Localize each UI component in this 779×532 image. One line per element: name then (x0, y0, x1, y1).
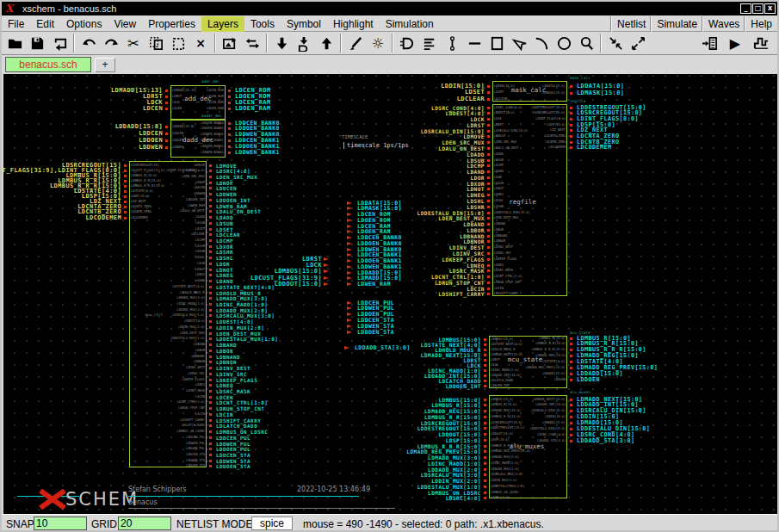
net-label[interactable]: LDCEN_RAM (235, 101, 271, 105)
snap-input[interactable] (34, 517, 87, 530)
net-label[interactable]: LDEN_SRC_MUX (442, 140, 485, 145)
place-text-button[interactable] (418, 33, 441, 53)
net-label[interactable]: LDINV_DEST (216, 366, 250, 370)
redo-button[interactable] (100, 33, 122, 53)
net-label[interactable]: LDBOR (467, 228, 485, 232)
net-label[interactable]: LDMADD_REG_PREV[15:0] (406, 449, 481, 454)
menu-layers[interactable]: Layers (201, 16, 244, 32)
net-label[interactable]: LDKEEP_FLAGS (442, 257, 485, 262)
net-label[interactable]: LDMADD_MUX[3:0] (428, 455, 481, 460)
net-label[interactable]: LDDWEN_STA (216, 459, 250, 463)
menu-file[interactable]: File (2, 16, 30, 32)
net-label[interactable]: LDCODEMEM (85, 216, 121, 220)
net-label[interactable]: LDMADD[15:13] (111, 89, 163, 93)
menu-simulation[interactable]: Simulation (380, 16, 440, 32)
net-label[interactable]: LDBNOR (216, 360, 237, 364)
net-label[interactable]: LDDATA[15:0] (577, 84, 624, 89)
net-label[interactable]: LDSRCALU_MUX[3:0] (216, 313, 275, 318)
net-label[interactable]: LDLATCH_DADD (216, 424, 257, 428)
net-label[interactable]: LDCMP (216, 238, 233, 243)
net-label[interactable]: LDHOLD_MBUS_R (435, 348, 481, 352)
net-label[interactable]: LDDOEN_PUL (216, 447, 250, 451)
open-button[interactable] (3, 33, 26, 53)
net-label[interactable]: LDOEN_ROM (357, 219, 391, 223)
waves-button[interactable] (750, 33, 772, 53)
place-arc-button[interactable] (530, 33, 553, 53)
net-label[interactable]: LDCK (147, 101, 163, 105)
net-label[interactable]: LDKEEP_FLAGS (216, 378, 257, 382)
net-label[interactable]: LDSRC_MASK (449, 269, 485, 273)
simulate-button[interactable]: ▶ (724, 33, 746, 53)
place-line-button[interactable] (463, 33, 485, 53)
net-label[interactable]: LDBNOR (463, 239, 485, 244)
net-label[interactable]: LDWEN_RAM (216, 204, 247, 208)
net-label[interactable]: LDMADD_REG[15:0] (424, 409, 481, 413)
net-label[interactable]: LDAND (467, 170, 485, 174)
net-label[interactable]: LDRUN_STOP_CNT (435, 281, 485, 285)
menu-symbol[interactable]: Symbol (281, 16, 327, 32)
net-label[interactable]: LDDIN_MUX[2:0] (431, 479, 481, 483)
menu-simulate[interactable]: Simulate (651, 16, 702, 32)
menu-options[interactable]: Options (60, 16, 108, 32)
net-label[interactable]: LDSRCREGOUT[15:0] (421, 421, 481, 425)
netlist-button[interactable] (698, 33, 720, 53)
net-label[interactable]: LDOR (470, 176, 485, 180)
make-symbol-button[interactable] (396, 33, 418, 53)
net-label[interactable]: LDOR (216, 262, 230, 266)
minimize-button[interactable]: _ (740, 3, 751, 14)
close-button[interactable]: x (764, 3, 776, 14)
net-label[interactable]: LDNEQ (467, 263, 485, 268)
net-label[interactable]: LDSTATE_NEXT[4:0] (216, 285, 275, 289)
net-label[interactable]: LDSRC[4:0] (446, 496, 481, 500)
net-label[interactable]: LDCEN (216, 395, 233, 399)
go-back-button[interactable] (315, 33, 337, 53)
net-label[interactable]: LDMBUS[15:0] (438, 398, 481, 402)
net-label[interactable]: LDDESTALU_MUX[1:0] (216, 337, 278, 341)
net-label[interactable]: LDDOUT[15:0] (438, 432, 481, 436)
net-label[interactable]: LDINV_SRC (453, 251, 485, 256)
net-label[interactable]: LDCEN (143, 107, 163, 111)
timescale-note[interactable]: timescale 1ps/1ps (343, 142, 409, 149)
net-label[interactable]: LDALU_ON_DEST (216, 209, 261, 213)
netlist-mode-button[interactable]: spice (251, 517, 293, 530)
net-label[interactable]: LDDADD[15:8] (115, 125, 163, 129)
place-rect-button[interactable] (485, 33, 508, 53)
descend-symbol-button[interactable] (293, 33, 315, 53)
net-label[interactable]: LDSRC_COND[4:0] (431, 106, 485, 110)
net-label[interactable]: LDSHIFT_CARRY (438, 292, 485, 296)
net-label[interactable]: LDEN_DEST_MUX (216, 331, 261, 336)
net-label[interactable]: LDWEN_RAM (357, 282, 391, 287)
net-label[interactable]: LDDOEN_BANK1 (235, 145, 280, 149)
copy-button[interactable] (145, 33, 167, 53)
net-label[interactable]: LDBNAND (460, 234, 485, 238)
net-label[interactable]: LDMBUS_R[15:0] (431, 403, 481, 407)
net-label[interactable]: LDDOEN_INT (446, 384, 481, 388)
net-label[interactable]: LDCEN_ROM (235, 89, 271, 93)
net-label[interactable]: LDALU_ON_DEST (438, 146, 485, 151)
net-label[interactable]: LDMOVE (216, 164, 237, 168)
net-label[interactable]: LDRST (467, 123, 485, 127)
net-label[interactable]: LDMBUS_ON_LDSRC (428, 491, 481, 495)
net-label[interactable]: LDCLEAR (216, 232, 240, 237)
place-wire-button[interactable] (441, 33, 463, 53)
net-label[interactable]: LDDCEN_STA (216, 453, 250, 457)
cut-button[interactable]: ✂ (122, 33, 145, 53)
net-label[interactable]: LDCIN (467, 287, 485, 291)
zoom-box-button[interactable] (575, 33, 597, 53)
menu-waves[interactable]: Waves (702, 16, 745, 32)
net-label[interactable]: LDSHL (216, 256, 233, 260)
menu-view[interactable]: View (108, 16, 142, 32)
menu-highlight[interactable]: Highlight (327, 16, 380, 32)
net-label[interactable]: LDDADD_STA[3:0] (355, 346, 411, 350)
net-label[interactable]: LDNOT (467, 187, 485, 191)
net-label[interactable]: LDMBUS_R_R[15:0] (424, 415, 481, 419)
net-label[interactable]: LDDADD_MUX[2:0] (428, 467, 481, 472)
net-label[interactable]: LDDESTALU_MUX[1:0] (417, 485, 481, 489)
net-label[interactable]: LDAND (216, 279, 233, 283)
net-label[interactable]: LDBOR (216, 349, 233, 353)
menu-tools[interactable]: Tools (244, 16, 281, 32)
menu-netlist[interactable]: Netlist (611, 16, 651, 32)
net-label[interactable]: LDDEST[4:0] (446, 111, 485, 115)
net-label[interactable]: LDSHR (467, 205, 485, 209)
maximize-button[interactable]: □ (752, 3, 764, 14)
